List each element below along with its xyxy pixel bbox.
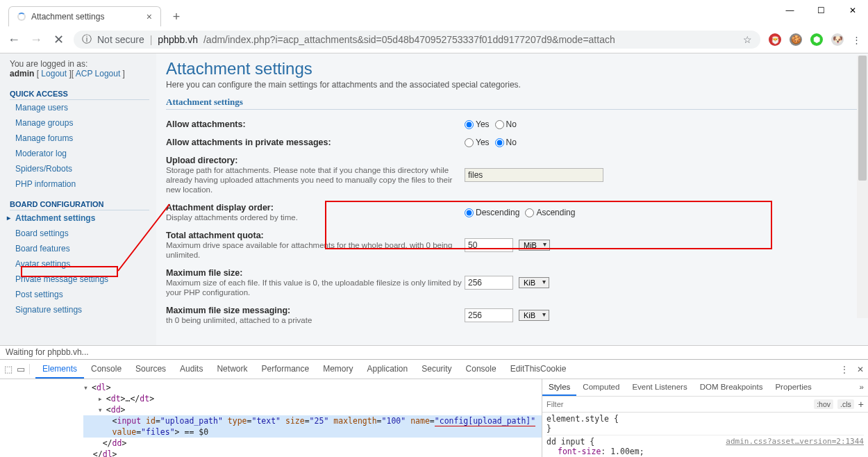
back-button[interactable]: ←	[7, 33, 21, 47]
order-desc-radio[interactable]	[465, 208, 474, 217]
stop-button[interactable]: ✕	[51, 33, 65, 47]
devtools-kebab-icon[interactable]: ⋮	[840, 365, 849, 374]
device-toolbar-icon[interactable]: ▭	[17, 364, 25, 374]
sidebar-link[interactable]: PHP information	[15, 179, 76, 189]
sidebar-item[interactable]: Spiders/Robots	[10, 161, 149, 176]
sidebar-link[interactable]: Signature settings	[15, 305, 82, 315]
sidebar-link[interactable]: Avatar settings	[15, 259, 70, 269]
styles-subtab[interactable]: Event Listeners	[626, 379, 693, 396]
label: Allow attachments:	[166, 119, 246, 129]
max-filesize-pm-unit-select[interactable]: KiB	[519, 310, 549, 321]
browser-tab[interactable]: Attachment settings ×	[8, 6, 161, 26]
devtools-tab[interactable]: Sources	[128, 360, 173, 379]
allow-pm-yes-radio[interactable]	[465, 138, 474, 147]
sidebar-item[interactable]: Board settings	[10, 226, 149, 241]
devtools-tab[interactable]: Elements	[35, 360, 84, 379]
sidebar-link[interactable]: Moderator log	[15, 149, 67, 158]
quota-unit-select[interactable]: MiB	[519, 240, 550, 251]
main-panel: Attachment settings Here you can configu…	[156, 53, 868, 345]
sidebar-link[interactable]: Manage groups	[15, 118, 73, 128]
url-bar[interactable]: ⓘ Not secure | phpbb.vh/adm/index.php?i=…	[74, 31, 760, 49]
sidebar-link[interactable]: Private message settings	[15, 274, 108, 284]
sidebar-link[interactable]: Post settings	[15, 290, 63, 299]
allow-no-radio[interactable]	[495, 120, 504, 129]
fieldset-legend: Attachment settings	[166, 97, 858, 110]
sidebar-link[interactable]: Attachment settings	[15, 213, 95, 223]
label-desc: Maximum size of each file. If this value…	[166, 279, 462, 297]
add-rule-icon[interactable]: +	[858, 399, 864, 410]
row-upload-directory: Upload directory: Storage path for attac…	[166, 151, 858, 199]
devtools-tab[interactable]: EditThisCookie	[503, 360, 574, 379]
allow-yes-radio[interactable]	[465, 120, 474, 129]
max-filesize-unit-select[interactable]: KiB	[519, 277, 549, 288]
sidebar-link[interactable]: Board settings	[15, 228, 69, 238]
sidebar-item[interactable]: Signature settings	[10, 302, 149, 317]
close-window-button[interactable]: ✕	[837, 0, 868, 21]
devtools-tab[interactable]: Memory	[316, 360, 360, 379]
styles-subtab[interactable]: Styles	[542, 379, 576, 396]
devtools-tab[interactable]: Application	[360, 360, 415, 379]
devtools-tab[interactable]: Console	[459, 360, 503, 379]
sidebar-item[interactable]: Board features	[10, 241, 149, 256]
sidebar-link[interactable]: Board features	[15, 244, 70, 254]
star-icon[interactable]: ☆	[743, 34, 752, 45]
devtools-close-icon[interactable]: ✕	[857, 365, 864, 374]
sidebar-item[interactable]: Manage groups	[10, 115, 149, 131]
scrollbar[interactable]	[857, 56, 868, 318]
max-filesize-pm-input[interactable]	[465, 308, 513, 322]
more-tabs-icon[interactable]: »	[856, 379, 868, 396]
profile-avatar[interactable]: 🐶	[831, 33, 844, 46]
sidebar-link[interactable]: Manage forums	[15, 133, 73, 143]
sidebar-link[interactable]: Manage users	[15, 103, 68, 113]
info-icon: ⓘ	[82, 33, 92, 46]
devtools-elements-tree[interactable]: ▾<dl> ▸<dt>…</dt> ▾<dd> <input id="uploa…	[0, 379, 542, 457]
hov-toggle[interactable]: :hov	[814, 399, 833, 409]
upload-directory-input[interactable]	[465, 168, 603, 182]
extension-icon[interactable]: 🍪	[790, 33, 802, 46]
label-desc: Maximum drive space available for attach…	[166, 241, 452, 259]
kebab-menu-icon[interactable]: ⋮	[852, 35, 861, 45]
new-tab-button[interactable]: +	[167, 7, 186, 26]
sidebar-item[interactable]: PHP information	[10, 176, 149, 192]
sidebar-item[interactable]: Post settings	[10, 287, 149, 302]
sidebar-item[interactable]: Manage forums	[10, 131, 149, 146]
label: Maximum file size:	[166, 268, 242, 278]
sidebar-item[interactable]: Manage users	[10, 100, 149, 115]
devtools-tab[interactable]: Console	[84, 360, 128, 379]
styles-subtab[interactable]: Computed	[576, 379, 626, 396]
styles-filter-input[interactable]	[546, 400, 810, 408]
acp-logout-link[interactable]: ACP Logout	[76, 69, 121, 78]
extension-icon[interactable]: ⬢	[810, 33, 823, 46]
sidebar-item[interactable]: Private message settings	[10, 272, 149, 287]
nav-bar: ← → ✕ ⓘ Not secure | phpbb.vh/adm/index.…	[0, 26, 868, 53]
sidebar-item[interactable]: Avatar settings	[10, 256, 149, 272]
sidebar-link[interactable]: Spiders/Robots	[15, 164, 72, 174]
row-allow-attachments: Allow attachments: Yes No	[166, 115, 858, 133]
maximize-button[interactable]: ☐	[806, 0, 837, 21]
css-property[interactable]: font-size: 1.00em;	[546, 447, 864, 456]
rule-source[interactable]: admin.css?asset…version=2:1344	[726, 437, 864, 446]
sidebar-item[interactable]: Attachment settings	[10, 210, 149, 226]
close-tab-button[interactable]: ×	[147, 11, 152, 22]
order-asc-radio[interactable]	[525, 208, 534, 217]
sidebar-item[interactable]: Moderator log	[10, 146, 149, 161]
cls-toggle[interactable]: .cls	[837, 399, 854, 409]
max-filesize-input[interactable]	[465, 276, 513, 290]
styles-rules[interactable]: element.style { } admin.css?asset…versio…	[542, 413, 868, 457]
extension-icon[interactable]: 🎅	[769, 33, 781, 46]
devtools-tab[interactable]: Audits	[173, 360, 210, 379]
styles-subtab[interactable]: Properties	[769, 379, 817, 396]
forward-button[interactable]: →	[29, 33, 43, 47]
allow-pm-no-radio[interactable]	[495, 138, 504, 147]
logout-link[interactable]: Logout	[41, 69, 67, 78]
styles-filter-row: :hov .cls +	[542, 397, 868, 413]
styles-subtabs: StylesComputedEvent ListenersDOM Breakpo…	[542, 379, 868, 397]
minimize-button[interactable]: —	[774, 0, 806, 21]
devtools-tab[interactable]: Security	[415, 360, 458, 379]
quota-input[interactable]	[465, 238, 513, 252]
styles-subtab[interactable]: DOM Breakpoints	[694, 379, 769, 396]
inspect-icon[interactable]: ⬚	[4, 364, 12, 374]
devtools-tab[interactable]: Performance	[254, 360, 316, 379]
extension-icons: 🎅 🍪 ⬢ 🐶 ⋮	[769, 33, 861, 46]
devtools-tab[interactable]: Network	[210, 360, 254, 379]
